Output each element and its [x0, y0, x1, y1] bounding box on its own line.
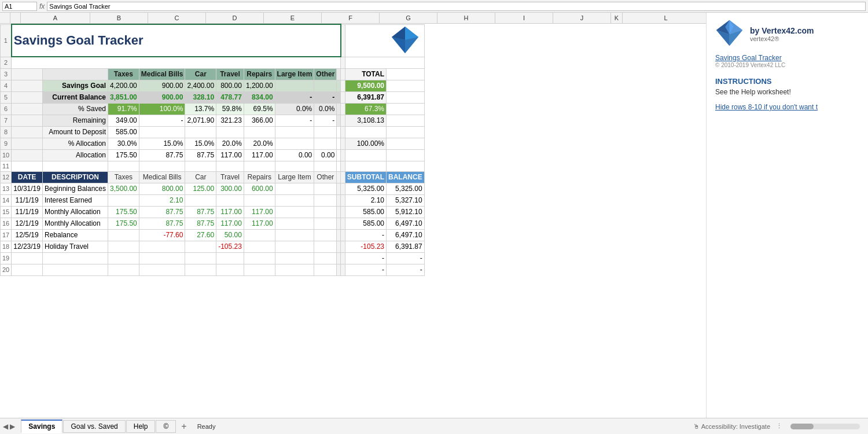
- deposit-car: [185, 126, 216, 138]
- tr5-balance: 6,497.10: [387, 229, 425, 241]
- cb-repairs: 834.00: [244, 91, 275, 103]
- col-header-k[interactable]: K: [611, 13, 623, 23]
- tab-copyright[interactable]: ©: [156, 420, 176, 433]
- th-medical: Medical Bills: [139, 171, 185, 183]
- col-header-g[interactable]: G: [380, 13, 437, 23]
- r7-a: [12, 115, 43, 126]
- table-row: 19 - -: [1, 252, 425, 264]
- th-repairs: Repairs: [244, 171, 275, 183]
- table-row: 17 12/5/19 Rebalance -77.60 27.60 50.00 …: [1, 229, 425, 241]
- th-taxes: Taxes: [108, 171, 139, 183]
- r6-a: [12, 103, 43, 115]
- hide-rows-link[interactable]: Hide rows 8-10 if you don't want t: [715, 103, 859, 111]
- three-dots-menu[interactable]: ⋮: [776, 422, 782, 430]
- tracker-link[interactable]: Savings Goal Tracker: [715, 54, 859, 62]
- col-header-c[interactable]: C: [148, 13, 206, 23]
- col-k-20: [341, 264, 345, 275]
- tab-goal-vs-saved[interactable]: Goal vs. Saved: [63, 420, 125, 433]
- col-header-b[interactable]: B: [90, 13, 148, 23]
- col-header-h[interactable]: H: [437, 13, 495, 23]
- tab-help[interactable]: Help: [126, 420, 156, 433]
- r19-j: [337, 252, 341, 264]
- col-header-d[interactable]: D: [206, 13, 264, 23]
- tr7-other: [314, 252, 337, 264]
- cb-large: -: [275, 91, 314, 103]
- tr2-medical: 2.10: [139, 194, 185, 206]
- col-k-13: [341, 183, 345, 194]
- tr6-taxes: [108, 241, 139, 252]
- r11-l: [345, 161, 386, 171]
- col-header-rn[interactable]: [10, 13, 21, 23]
- copyright-text: © 2010-2019 Vertex42 LLC: [715, 62, 859, 68]
- r11-c: [108, 161, 139, 171]
- scrollbar-thumb[interactable]: [790, 424, 814, 429]
- header-travel: Travel: [216, 68, 244, 80]
- current-balance-label: Current Balance: [42, 91, 108, 103]
- r9-a: [12, 138, 43, 149]
- r11-m: [387, 161, 425, 171]
- col-header-l[interactable]: L: [623, 13, 706, 23]
- spreadsheet-title: Savings Goal Tracker: [12, 24, 341, 57]
- r4-j: [337, 80, 341, 91]
- col-k-7: [341, 115, 345, 126]
- col-header-a[interactable]: A: [21, 13, 90, 23]
- th-desc: DESCRIPTION: [42, 171, 108, 183]
- formula-bar: fx: [0, 0, 868, 13]
- tr6-desc: Holiday Travel: [42, 241, 108, 252]
- tr5-repairs: [244, 229, 275, 241]
- col-header-f[interactable]: F: [322, 13, 380, 23]
- cb-travel: 478.77: [216, 91, 244, 103]
- col-header-e[interactable]: E: [264, 13, 322, 23]
- scrollbar-area[interactable]: [788, 424, 862, 429]
- tr8-desc: [42, 264, 108, 275]
- tr7-subtotal: -: [345, 252, 386, 264]
- cb-car: 328.10: [185, 91, 216, 103]
- tr4-balance: 6,497.10: [387, 218, 425, 229]
- alloc-large: 0.00: [275, 149, 314, 161]
- cb-medical: 900.00: [139, 91, 185, 103]
- r3-b: [42, 68, 108, 80]
- formula-input[interactable]: [47, 2, 866, 11]
- tab-savings[interactable]: Savings: [21, 420, 62, 433]
- tr3-repairs: 117.00: [244, 206, 275, 218]
- r6-m: [387, 103, 425, 115]
- r10-j: [337, 149, 341, 161]
- row2-right: [345, 57, 424, 68]
- vertex-branding: by Vertex42.com vertex42®: [750, 26, 814, 42]
- tr1-large: [275, 183, 314, 194]
- col-k-14: [341, 194, 345, 206]
- r6-j: [337, 103, 341, 115]
- col-header-i[interactable]: I: [495, 13, 553, 23]
- scrollbar-track[interactable]: [790, 424, 860, 429]
- tr5-desc: Rebalance: [42, 229, 108, 241]
- table-row: 8 Amount to Deposit 585.00: [1, 126, 425, 138]
- deposit-other: [314, 126, 337, 138]
- col-k-1: [341, 24, 345, 57]
- r10-l: [345, 149, 386, 161]
- r7-m: [387, 115, 425, 126]
- tr2-repairs: [244, 194, 275, 206]
- alloc-medical: 87.75: [139, 149, 185, 161]
- header-large-item: Large Item: [275, 68, 314, 80]
- tr4-desc: Monthly Allocation: [42, 218, 108, 229]
- alloc-other: 0.00: [314, 149, 337, 161]
- table-row: 2: [1, 57, 425, 68]
- r11-h: [275, 161, 314, 171]
- add-sheet-button[interactable]: +: [176, 420, 191, 433]
- cb-taxes: 3,851.00: [108, 91, 139, 103]
- col-k-11: [341, 161, 345, 171]
- alloc-pct-travel: 20.0%: [216, 138, 244, 149]
- row-num-14: 14: [1, 194, 12, 206]
- tr3-car: 87.75: [185, 206, 216, 218]
- tr6-travel: -105.23: [216, 241, 244, 252]
- col-header-j[interactable]: J: [553, 13, 611, 23]
- savings-goal-total: 9,500.00: [345, 80, 386, 91]
- name-box[interactable]: [2, 2, 37, 11]
- tr1-medical: 800.00: [139, 183, 185, 194]
- tr1-taxes: 3,500.00: [108, 183, 139, 194]
- sheet-nav-arrows[interactable]: ◀ ▶: [0, 422, 18, 431]
- tr1-balance: 5,325.00: [387, 183, 425, 194]
- column-headers: A B C D E F G H I J K L M: [0, 13, 706, 24]
- tr5-date: 12/5/19: [12, 229, 43, 241]
- tr8-medical: [139, 264, 185, 275]
